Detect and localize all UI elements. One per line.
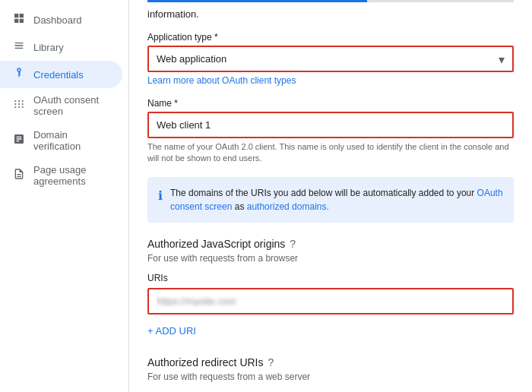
js-origins-section: Authorized JavaScript origins ? For use … — [147, 238, 514, 341]
page-usage-icon — [12, 168, 26, 183]
dashboard-icon — [12, 12, 26, 27]
name-group: Name * The name of your OAuth 2.0 client… — [147, 98, 514, 165]
sidebar-item-label: Domain verification — [33, 129, 110, 152]
add-uri-button-1[interactable]: + ADD URI — [147, 321, 196, 341]
svg-point-7 — [22, 103, 24, 105]
progress-bar — [147, 0, 514, 2]
svg-point-8 — [22, 106, 24, 108]
svg-point-3 — [18, 100, 20, 102]
js-uri-input[interactable] — [149, 289, 512, 313]
progress-bar-fill — [147, 0, 367, 2]
redirect-uris-title: Authorized redirect URIs ? — [147, 356, 514, 368]
sidebar-item-library[interactable]: Library — [0, 33, 122, 61]
name-label: Name * — [147, 98, 514, 109]
sidebar: Dashboard Library Credentials OAuth cons… — [0, 0, 129, 392]
svg-point-6 — [22, 100, 24, 102]
credentials-icon — [12, 67, 26, 82]
svg-point-0 — [14, 100, 16, 102]
authorized-domains-link[interactable]: authorized domains. — [247, 201, 329, 212]
application-type-label: Application type * — [147, 32, 514, 43]
redirect-uris-section: Authorized redirect URIs ? For use with … — [147, 356, 514, 392]
js-origins-help-icon[interactable]: ? — [290, 238, 296, 250]
sidebar-item-label: Library — [33, 42, 64, 53]
library-icon — [12, 40, 26, 55]
oauth-icon — [12, 98, 26, 113]
sidebar-item-label: Page usage agreements — [33, 164, 110, 187]
sidebar-item-dashboard[interactable]: Dashboard — [0, 6, 122, 33]
svg-point-4 — [18, 103, 20, 105]
js-origins-title: Authorized JavaScript origins ? — [147, 238, 514, 250]
sidebar-item-domain-verification[interactable]: Domain verification — [0, 123, 122, 158]
application-type-select-wrapper: Web application ▾ — [147, 46, 514, 72]
name-input[interactable] — [149, 113, 512, 137]
svg-point-2 — [14, 106, 16, 108]
info-text: information. — [147, 2, 514, 20]
redirect-uris-help-icon[interactable]: ? — [268, 356, 274, 368]
application-type-group: Application type * Web application ▾ Lea… — [147, 32, 514, 86]
sidebar-item-label: Dashboard — [33, 14, 82, 26]
svg-point-1 — [14, 103, 16, 105]
js-origins-subtitle: For use with requests from a browser — [147, 253, 514, 264]
name-hint: The name of your OAuth 2.0 client. This … — [147, 141, 514, 165]
redirect-uris-subtitle: For use with requests from a web server — [147, 371, 514, 382]
name-input-wrapper — [147, 112, 514, 138]
sidebar-item-credentials[interactable]: Credentials — [0, 61, 122, 88]
learn-more-link[interactable]: Learn more about OAuth client types — [147, 75, 296, 86]
js-uri-input-wrapper — [147, 288, 514, 315]
sidebar-item-label: Credentials — [33, 69, 84, 81]
sidebar-item-label: OAuth consent screen — [33, 94, 110, 117]
info-icon: ℹ — [158, 187, 163, 205]
application-type-select[interactable]: Web application — [149, 47, 512, 71]
uris-label-1: URIs — [147, 273, 514, 283]
main-content: information. Application type * Web appl… — [129, 0, 532, 392]
svg-point-5 — [18, 106, 20, 108]
sidebar-item-page-usage[interactable]: Page usage agreements — [0, 158, 122, 193]
info-box: ℹ The domains of the URIs you add below … — [147, 177, 514, 223]
domain-icon — [12, 133, 26, 148]
sidebar-item-oauth-consent[interactable]: OAuth consent screen — [0, 88, 122, 123]
